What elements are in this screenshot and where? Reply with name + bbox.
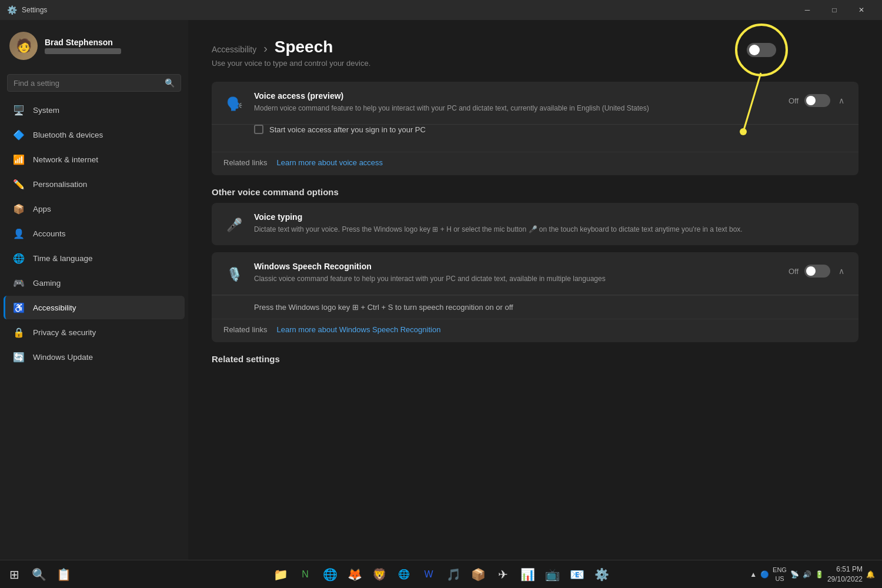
voice-access-toggle[interactable] <box>804 94 830 107</box>
search-box[interactable]: 🔍 <box>7 74 181 92</box>
voice-access-title: Voice access (preview) <box>254 91 779 101</box>
system-icon: 🖥️ <box>13 104 25 116</box>
search-input[interactable] <box>14 79 160 88</box>
clock[interactable]: 6:51 PM 29/10/2022 <box>827 564 863 584</box>
taskbar-app-telegram[interactable]: ✈ <box>491 563 514 586</box>
speech-recognition-expanded: Press the Windows logo key ⊞ + Ctrl + S … <box>212 295 858 342</box>
minimize-button[interactable]: ─ <box>794 0 821 20</box>
taskbar-app-store[interactable]: 📦 <box>466 563 490 586</box>
taskview-icon[interactable]: 📋 <box>52 563 75 586</box>
sidebar-item-label: Accounts <box>33 229 66 238</box>
titlebar: ⚙️ Settings ─ □ ✕ <box>0 0 882 20</box>
close-button[interactable]: ✕ <box>848 0 875 20</box>
gaming-icon: 🎮 <box>13 277 25 289</box>
speech-recognition-toggle[interactable] <box>804 265 830 278</box>
taskbar-app-settings[interactable]: ⚙️ <box>590 563 613 586</box>
shortcut-row: Press the Windows logo key ⊞ + Ctrl + S … <box>212 295 858 319</box>
sidebar-item-gaming[interactable]: 🎮 Gaming <box>4 271 185 295</box>
voice-access-expanded-content: Start voice access after you sign in to … <box>212 125 858 152</box>
taskbar-right: ▲ 🔵 ENGUS 📡 🔊 🔋 6:51 PM 29/10/2022 🔔 <box>750 564 880 584</box>
sidebar-item-bluetooth[interactable]: 🔷 Bluetooth & devices <box>4 123 185 146</box>
battery-icon[interactable]: 🔋 <box>815 570 824 579</box>
accessibility-icon: ♿ <box>13 302 25 313</box>
avatar: 🧑 <box>9 32 38 60</box>
sidebar-item-apps[interactable]: 📦 Apps <box>4 197 185 220</box>
taskbar-app-word[interactable]: W <box>417 563 440 586</box>
update-icon: 🔄 <box>13 351 25 363</box>
taskbar-app-brave[interactable]: 🦁 <box>368 563 391 586</box>
checkbox-row: Start voice access after you sign in to … <box>254 125 847 134</box>
tray-arrow[interactable]: ▲ <box>750 570 757 579</box>
taskbar: ⊞ 🔍 📋 📁 N 🌐 🦊 🦁 🌐 W 🎵 📦 ✈ 📊 📺 📧 ⚙️ ▲ 🔵 E… <box>0 560 882 588</box>
volume-icon[interactable]: 🔊 <box>803 570 811 579</box>
taskbar-app-mail[interactable]: 📧 <box>565 563 589 586</box>
taskbar-app-spotify[interactable]: 🎵 <box>442 563 465 586</box>
voice-typing-main-row: 🎤 Voice typing Dictate text with your vo… <box>212 203 858 245</box>
personalisation-icon: ✏️ <box>13 178 25 190</box>
speech-recognition-icon: 🎙️ <box>223 264 245 285</box>
related-links-label-sr: Related links <box>223 325 267 334</box>
user-section: 🧑 Brad Stephenson <box>0 20 188 72</box>
start-voice-access-checkbox[interactable] <box>254 125 263 134</box>
voice-typing-icon: 🎤 <box>223 215 245 236</box>
sidebar-item-update[interactable]: 🔄 Windows Update <box>4 345 185 369</box>
taskbar-app-excel[interactable]: 📊 <box>516 563 539 586</box>
user-info: Brad Stephenson <box>45 38 121 54</box>
speech-recognition-title: Windows Speech Recognition <box>254 262 779 271</box>
learn-more-voice-access-link[interactable]: Learn more about voice access <box>276 158 383 167</box>
maximize-button[interactable]: □ <box>821 0 848 20</box>
taskbar-app-firefox[interactable]: 🦊 <box>343 563 366 586</box>
sidebar-item-label: Privacy & security <box>33 328 96 337</box>
sidebar-item-accounts[interactable]: 👤 Accounts <box>4 222 185 245</box>
sidebar-item-label: System <box>33 106 59 115</box>
taskbar-app-2[interactable]: N <box>293 563 317 586</box>
taskbar-left: ⊞ 🔍 📋 <box>2 563 75 586</box>
speech-recognition-card: 🎙️ Windows Speech Recognition Classic vo… <box>212 252 858 342</box>
time-icon: 🌐 <box>13 252 25 264</box>
speech-recognition-chevron[interactable]: ∧ <box>836 264 847 278</box>
notification-icon[interactable]: 🔔 <box>866 570 875 579</box>
titlebar-title: Settings <box>22 6 47 14</box>
sidebar-item-label: Personalisation <box>33 180 87 189</box>
search-taskbar-icon[interactable]: 🔍 <box>27 563 51 586</box>
language-indicator[interactable]: ENGUS <box>773 566 787 583</box>
wifi-icon[interactable]: 📡 <box>790 570 799 579</box>
voice-typing-desc: Dictate text with your voice. Press the … <box>254 224 847 235</box>
start-button[interactable]: ⊞ <box>2 563 26 586</box>
sidebar-item-label: Network & internet <box>33 155 98 164</box>
voice-access-right: Off ∧ <box>789 93 847 108</box>
voice-access-related-links: Related links Learn more about voice acc… <box>212 152 858 175</box>
sidebar-item-network[interactable]: 📶 Network & internet <box>4 148 185 171</box>
voice-access-chevron[interactable]: ∧ <box>836 93 847 108</box>
taskbar-app-tv[interactable]: 📺 <box>540 563 564 586</box>
voice-access-expanded: Start voice access after you sign in to … <box>212 124 858 175</box>
network-icon: 📶 <box>13 153 25 165</box>
learn-more-speech-recognition-link[interactable]: Learn more about Windows Speech Recognit… <box>276 325 440 334</box>
voice-typing-card: 🎤 Voice typing Dictate text with your vo… <box>212 203 858 245</box>
privacy-icon: 🔒 <box>13 326 25 338</box>
tray-dropbox[interactable]: 🔵 <box>760 570 769 579</box>
related-links-label: Related links <box>223 158 267 167</box>
system-tray: ▲ 🔵 <box>750 570 769 579</box>
sidebar-item-label: Gaming <box>33 279 61 288</box>
breadcrumb-separator: › <box>263 42 268 55</box>
speech-recognition-info: Windows Speech Recognition Classic voice… <box>254 262 779 284</box>
taskbar-app-edge[interactable]: 🌐 <box>318 563 342 586</box>
sidebar-item-label: Windows Update <box>33 353 93 362</box>
clock-time: 6:51 PM <box>827 564 863 574</box>
toggle-knob <box>806 266 816 276</box>
breadcrumb-parent[interactable]: Accessibility <box>212 45 256 54</box>
speech-recognition-right: Off ∧ <box>789 264 847 278</box>
sidebar-item-personalisation[interactable]: ✏️ Personalisation <box>4 172 185 196</box>
speech-recognition-toggle-label: Off <box>789 267 799 276</box>
sidebar-item-accessibility[interactable]: ♿ Accessibility <box>4 296 185 319</box>
sidebar-item-time[interactable]: 🌐 Time & language <box>4 246 185 270</box>
sidebar-item-privacy[interactable]: 🔒 Privacy & security <box>4 320 185 344</box>
voice-typing-info: Voice typing Dictate text with your voic… <box>254 212 847 235</box>
voice-access-card: 🗣️ Voice access (preview) Modern voice c… <box>212 82 858 175</box>
user-name: Brad Stephenson <box>45 38 121 47</box>
voice-typing-title: Voice typing <box>254 212 847 222</box>
taskbar-app-explorer[interactable]: 📁 <box>269 563 292 586</box>
sidebar-item-system[interactable]: 🖥️ System <box>4 98 185 122</box>
taskbar-app-chrome[interactable]: 🌐 <box>392 563 416 586</box>
